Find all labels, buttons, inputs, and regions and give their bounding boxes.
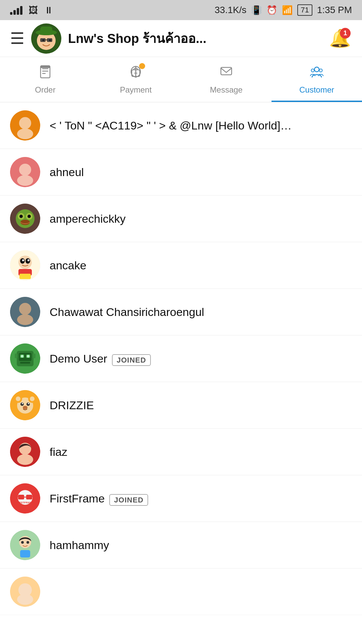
signal-icon xyxy=(10,5,22,15)
svg-point-66 xyxy=(23,406,27,409)
list-item[interactable]: Chawawat Chansiricharoengul xyxy=(0,289,362,335)
svg-point-20 xyxy=(311,69,314,72)
header: ☰ Lnw's Shop ร้านค้าออ... 🔔 1 xyxy=(0,20,362,57)
avatar: FIRSTFRAME xyxy=(10,483,40,514)
status-right: 33.1K/s 📳 ⏰ 📶 71 1:35 PM xyxy=(215,4,352,16)
menu-button[interactable]: ☰ xyxy=(10,31,24,47)
joined-badge: JOINED xyxy=(112,354,151,366)
customer-tab-label: Customer xyxy=(299,85,334,95)
avatar xyxy=(10,437,40,467)
message-tab-icon xyxy=(219,64,234,83)
payment-tab-label: Payment xyxy=(120,85,152,95)
tab-bar: Order Payment Message xyxy=(0,57,362,102)
svg-point-65 xyxy=(28,403,29,404)
svg-point-34 xyxy=(20,220,30,225)
payment-tab-icon xyxy=(128,64,143,83)
svg-point-24 xyxy=(17,128,33,139)
svg-point-60 xyxy=(16,396,20,401)
customer-list: < ' ToN " <AC119> " ' > & @Lnw [Hello Wo… xyxy=(0,102,362,615)
svg-point-44 xyxy=(19,303,31,315)
svg-rect-53 xyxy=(20,362,30,364)
tab-payment[interactable]: Payment xyxy=(90,57,181,102)
svg-rect-8 xyxy=(47,38,52,42)
list-item[interactable]: FIRSTFRAME FirstFrameJOINED xyxy=(0,475,362,522)
list-item[interactable]: amperechickky xyxy=(0,196,362,242)
list-item[interactable]: DRIZZIE xyxy=(0,382,362,429)
tab-customer[interactable]: Customer xyxy=(272,57,362,102)
joined-badge: JOINED xyxy=(109,494,148,506)
svg-point-23 xyxy=(19,117,31,129)
svg-point-64 xyxy=(22,403,23,404)
network-speed: 33.1K/s xyxy=(215,5,246,15)
wifi-icon: 📶 xyxy=(282,5,293,15)
svg-rect-42 xyxy=(19,274,31,279)
customer-name: < ' ToN " <AC119> " ' > & @Lnw [Hello Wo… xyxy=(50,119,352,132)
svg-point-80 xyxy=(21,541,24,544)
svg-rect-54 xyxy=(15,354,17,358)
svg-point-85 xyxy=(17,594,33,605)
status-left: 🖼 ⏸ xyxy=(10,5,53,16)
customer-name: amperechickky xyxy=(50,212,352,225)
svg-point-32 xyxy=(19,215,23,218)
shop-name-text: Lnw's Shop ร้านค้าออ... xyxy=(68,28,321,49)
list-item[interactable]: ancake xyxy=(0,242,362,289)
svg-point-52 xyxy=(27,355,29,358)
customer-name: hamhammy xyxy=(50,539,352,552)
svg-rect-55 xyxy=(33,354,36,358)
svg-rect-7 xyxy=(40,38,46,42)
customer-name: FirstFrameJOINED xyxy=(50,492,352,505)
svg-rect-18 xyxy=(221,67,232,75)
svg-point-27 xyxy=(17,175,33,186)
time-display: 1:35 PM xyxy=(317,5,352,15)
pause-icon: ⏸ xyxy=(44,5,53,16)
notification-button[interactable]: 🔔 1 xyxy=(328,26,352,51)
svg-point-39 xyxy=(22,259,24,261)
svg-point-21 xyxy=(319,69,322,72)
svg-point-61 xyxy=(30,396,35,401)
list-item[interactable]: < ' ToN " <AC119> " ' > & @Lnw [Hello Wo… xyxy=(0,102,362,149)
svg-point-81 xyxy=(26,541,29,544)
svg-rect-2 xyxy=(40,26,52,34)
list-item[interactable]: Demo UserJOINED xyxy=(0,335,362,382)
avatar xyxy=(10,110,40,141)
order-tab-icon xyxy=(38,64,53,83)
avatar xyxy=(10,577,40,607)
svg-point-40 xyxy=(27,259,29,261)
customer-name: DRIZZIE xyxy=(50,399,352,412)
avatar xyxy=(10,157,40,187)
avatar xyxy=(10,250,40,280)
status-bar: 🖼 ⏸ 33.1K/s 📳 ⏰ 📶 71 1:35 PM xyxy=(0,0,362,20)
svg-point-51 xyxy=(21,355,23,358)
customer-name: Demo UserJOINED xyxy=(50,352,352,365)
notification-badge: 1 xyxy=(340,28,351,39)
svg-rect-82 xyxy=(20,550,30,557)
order-tab-label: Order xyxy=(35,85,55,95)
svg-point-45 xyxy=(17,314,33,325)
battery-icon: 71 xyxy=(297,4,312,16)
svg-point-19 xyxy=(314,67,319,72)
avatar xyxy=(10,390,40,420)
svg-text:FIRSTFRAME: FIRSTFRAME xyxy=(16,501,34,504)
svg-point-33 xyxy=(27,215,31,218)
list-item[interactable]: ahneul xyxy=(0,149,362,196)
svg-rect-14 xyxy=(41,66,50,68)
svg-rect-72 xyxy=(18,495,24,499)
avatar xyxy=(10,297,40,327)
avatar xyxy=(10,204,40,234)
avatar xyxy=(10,343,40,374)
svg-point-69 xyxy=(17,454,33,465)
customer-name: ahneul xyxy=(50,166,352,179)
message-tab-label: Message xyxy=(210,85,242,95)
list-item[interactable] xyxy=(0,569,362,615)
svg-point-26 xyxy=(19,164,31,176)
tab-order[interactable]: Order xyxy=(0,57,90,102)
image-icon: 🖼 xyxy=(28,5,38,16)
list-item[interactable]: fiaz xyxy=(0,429,362,475)
tab-message[interactable]: Message xyxy=(181,57,272,102)
list-item[interactable]: hamhammy xyxy=(0,522,362,569)
customer-name: Chawawat Chansiricharoengul xyxy=(50,306,352,319)
svg-rect-73 xyxy=(26,495,32,499)
svg-point-29 xyxy=(16,209,35,228)
customer-tab-icon xyxy=(309,64,324,83)
customer-name: fiaz xyxy=(50,445,352,459)
